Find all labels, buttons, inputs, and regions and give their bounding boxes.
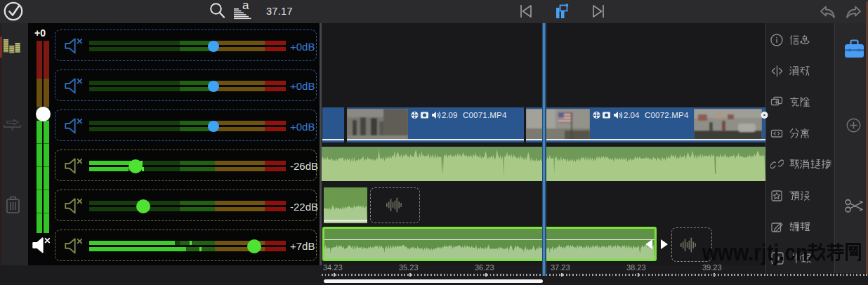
svg-text:a: a [242, 1, 249, 12]
